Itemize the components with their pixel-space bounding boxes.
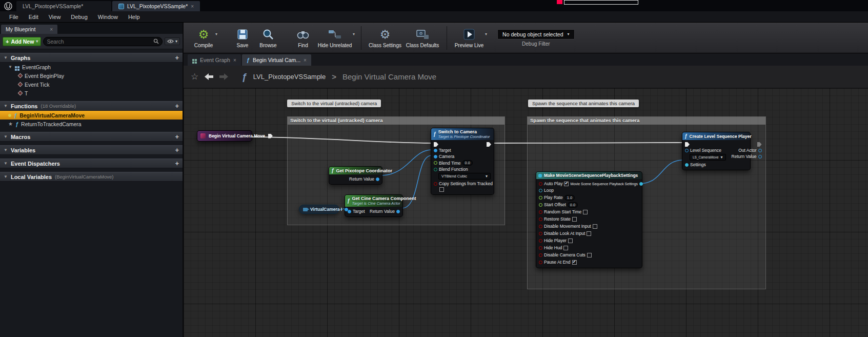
tree-item-eventgraph[interactable]: ▼ EventGraph bbox=[0, 63, 183, 71]
disable-camera-cuts-pin[interactable] bbox=[539, 253, 542, 257]
random-start-time-checkbox[interactable] bbox=[583, 210, 588, 214]
blend-time-field[interactable]: 0.0 bbox=[462, 160, 473, 166]
exec-in-pin[interactable] bbox=[434, 142, 438, 147]
find-button[interactable]: Find bbox=[290, 24, 316, 52]
browse-button[interactable]: Browse bbox=[255, 24, 281, 52]
settings-out-pin[interactable] bbox=[639, 182, 643, 186]
out-actor-pin[interactable] bbox=[758, 149, 762, 152]
menu-help[interactable]: Help bbox=[123, 12, 145, 22]
auto-play-pin[interactable] bbox=[539, 182, 542, 186]
copy-settings-pin[interactable] bbox=[434, 182, 437, 186]
restore-state-checkbox[interactable] bbox=[572, 217, 577, 222]
collapse-arrow-icon[interactable]: ▼ bbox=[4, 161, 8, 166]
visibility-filter-button[interactable]: ▾ bbox=[165, 37, 180, 45]
menu-file[interactable]: File bbox=[4, 12, 24, 22]
collapse-arrow-icon[interactable]: ▼ bbox=[4, 104, 8, 108]
collapse-arrow-icon[interactable]: ▼ bbox=[4, 148, 8, 152]
add-graph-button[interactable]: + bbox=[175, 54, 179, 61]
debug-object-dropdown[interactable]: No debug object selected ▾ bbox=[497, 29, 575, 39]
add-macro-button[interactable]: + bbox=[175, 133, 179, 140]
return-value-pin[interactable] bbox=[758, 155, 762, 158]
target-pin[interactable] bbox=[348, 210, 351, 213]
tree-item-event-t[interactable]: T bbox=[0, 89, 183, 97]
return-value-pin[interactable] bbox=[396, 210, 400, 213]
favorite-star-icon[interactable]: ☆ bbox=[191, 71, 198, 82]
tree-item-begin-virtual-camera-move[interactable]: ƒ BeginVirtualCameraMove bbox=[0, 111, 183, 120]
save-button[interactable]: Save bbox=[230, 24, 255, 52]
tree-item-event-tick[interactable]: Event Tick bbox=[0, 80, 183, 89]
close-icon[interactable]: × bbox=[304, 57, 307, 63]
collapse-arrow-icon[interactable]: ▼ bbox=[4, 134, 8, 139]
node-virtual-camera-variable[interactable]: VirtualCamera I bbox=[299, 205, 339, 214]
add-new-button[interactable]: + Add New ▾ bbox=[3, 37, 41, 46]
restore-state-pin[interactable] bbox=[539, 217, 542, 221]
node-switch-to-camera[interactable]: ƒ Switch to Camera Target is Pixotope Co… bbox=[431, 128, 494, 195]
disable-movement-input-checkbox[interactable] bbox=[593, 224, 597, 229]
section-header-graphs[interactable]: ▼ Graphs + bbox=[0, 53, 183, 63]
class-settings-button[interactable]: ⚙ Class Settings bbox=[367, 24, 403, 52]
level-sequence-dropdown[interactable]: LS_CameraMove ▾ bbox=[690, 154, 726, 161]
collapse-arrow-icon[interactable]: ▼ bbox=[8, 65, 12, 69]
exec-out-pin[interactable] bbox=[757, 142, 762, 147]
play-rate-pin[interactable] bbox=[539, 196, 542, 200]
copy-settings-checkbox[interactable] bbox=[439, 187, 444, 192]
blend-function-pin[interactable] bbox=[434, 168, 437, 171]
pause-at-end-pin[interactable] bbox=[539, 261, 542, 264]
collapse-arrow-icon[interactable]: ▼ bbox=[4, 174, 8, 179]
hide-player-pin[interactable] bbox=[539, 239, 542, 243]
return-value-pin[interactable] bbox=[376, 177, 379, 181]
hide-hud-checkbox[interactable] bbox=[563, 246, 568, 250]
add-function-button[interactable]: + bbox=[175, 103, 179, 109]
section-header-local-variables[interactable]: ▼ Local Variables (BeginVirtualCameraMov… bbox=[0, 172, 183, 182]
section-header-functions[interactable]: ▼ Functions (18 Overridable) + bbox=[0, 101, 183, 111]
preview-live-button[interactable]: Preview Live bbox=[452, 24, 486, 52]
hide-hud-pin[interactable] bbox=[539, 246, 542, 250]
random-start-time-pin[interactable] bbox=[539, 210, 542, 214]
menu-window[interactable]: Window bbox=[93, 12, 123, 22]
add-variable-button[interactable]: + bbox=[175, 147, 179, 153]
section-header-macros[interactable]: ▼ Macros + bbox=[0, 132, 183, 142]
play-rate-field[interactable]: 1.0 bbox=[564, 195, 575, 201]
close-icon[interactable]: × bbox=[233, 57, 236, 63]
start-offset-field[interactable]: 0.0 bbox=[568, 202, 578, 208]
tab-begin-virtual-camera[interactable]: ƒ Begin Virtual Cam... × bbox=[242, 54, 311, 66]
start-offset-pin[interactable] bbox=[539, 203, 542, 207]
disable-look-at-input-pin[interactable] bbox=[539, 232, 542, 235]
blend-function-dropdown[interactable]: VTBlend Cubic ▾ bbox=[438, 173, 491, 180]
add-dispatcher-button[interactable]: + bbox=[175, 160, 179, 167]
target-pin[interactable] bbox=[434, 149, 437, 152]
breadcrumb-root[interactable]: LVL_PixotopeVSSample bbox=[253, 73, 326, 81]
chevron-down-icon[interactable]: ▾ bbox=[215, 32, 217, 36]
tab-my-blueprint[interactable]: My Blueprint × bbox=[1, 25, 57, 34]
camera-pin[interactable] bbox=[434, 155, 437, 158]
window-tab-level[interactable]: LVL_PixotopeVSSample* bbox=[16, 1, 111, 11]
search-input[interactable] bbox=[47, 38, 153, 45]
node-make-playback-settings[interactable]: Make MovieSceneSequencePlaybackSettings … bbox=[536, 171, 642, 268]
auto-play-checkbox[interactable]: ✔ bbox=[564, 182, 569, 186]
tab-event-graph[interactable]: Event Graph × bbox=[188, 54, 241, 66]
back-arrow-icon[interactable] bbox=[205, 73, 213, 80]
tree-item-return-to-tracked-camera[interactable]: ★ ƒ ReturnToTrackedCamera bbox=[0, 120, 183, 128]
forward-arrow-icon[interactable] bbox=[219, 73, 228, 80]
node-begin-virtual-camera-move[interactable]: Begin Virtual Camera Move bbox=[197, 130, 252, 142]
pause-at-end-checkbox[interactable]: ✔ bbox=[572, 260, 577, 265]
collapse-arrow-icon[interactable]: ▼ bbox=[4, 55, 8, 60]
close-icon[interactable]: × bbox=[191, 4, 194, 9]
exec-in-pin[interactable] bbox=[685, 142, 690, 147]
node-get-cine-camera-component[interactable]: ƒ Get Cine Camera Component Target is Ci… bbox=[345, 194, 403, 217]
exec-out-pin[interactable] bbox=[487, 142, 491, 147]
tree-item-event-beginplay[interactable]: Event BeginPlay bbox=[0, 71, 183, 80]
graph-canvas[interactable]: Switch to the virtual (untracked) camera… bbox=[184, 88, 868, 337]
menu-edit[interactable]: Edit bbox=[24, 12, 44, 22]
node-get-pixotope-coordinator[interactable]: ƒ Get Pixotope Coordinator Return Value bbox=[329, 166, 382, 185]
chevron-down-icon[interactable]: ▾ bbox=[485, 32, 487, 36]
disable-camera-cuts-checkbox[interactable] bbox=[587, 253, 592, 257]
disable-look-at-input-checkbox[interactable] bbox=[587, 231, 591, 236]
hide-player-checkbox[interactable] bbox=[568, 239, 573, 243]
blend-time-pin[interactable] bbox=[434, 161, 437, 165]
menu-debug[interactable]: Debug bbox=[66, 12, 92, 22]
node-create-level-sequence-player[interactable]: ƒ Create Level Sequence Player Level Seq… bbox=[682, 132, 751, 170]
section-header-event-dispatchers[interactable]: ▼ Event Dispatchers + bbox=[0, 158, 183, 168]
close-icon[interactable]: × bbox=[50, 27, 53, 32]
menu-view[interactable]: View bbox=[44, 12, 66, 22]
